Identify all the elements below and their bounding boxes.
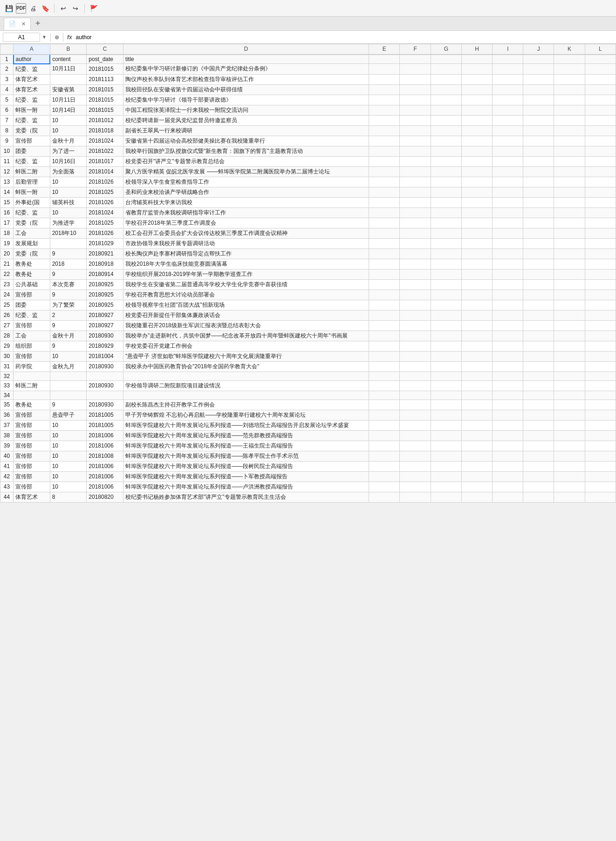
cell-H22[interactable] bbox=[462, 269, 493, 279]
cell-L15[interactable] bbox=[585, 197, 616, 207]
cell-E27[interactable] bbox=[369, 320, 400, 331]
cell-L43[interactable] bbox=[585, 482, 616, 492]
cell-E39[interactable] bbox=[369, 441, 400, 451]
cell-L35[interactable] bbox=[585, 400, 616, 410]
cell-K10[interactable] bbox=[554, 146, 585, 156]
cell-I25[interactable] bbox=[493, 300, 523, 310]
cell-L24[interactable] bbox=[585, 290, 616, 300]
cell-G23[interactable] bbox=[431, 279, 461, 290]
cell-A27[interactable]: 宣传部 bbox=[14, 320, 50, 331]
cell-K30[interactable] bbox=[554, 351, 585, 361]
cell-E25[interactable] bbox=[369, 300, 400, 310]
cell-L9[interactable] bbox=[585, 136, 616, 146]
cell-C17[interactable]: 20181025 bbox=[87, 218, 123, 228]
cell-ref-dropdown[interactable]: ▼ bbox=[42, 34, 47, 40]
cell-B8[interactable]: 10 bbox=[50, 125, 87, 136]
cell-C39[interactable]: 20181006 bbox=[87, 441, 123, 451]
cell-A32[interactable] bbox=[14, 372, 50, 380]
cell-C18[interactable]: 20181026 bbox=[87, 228, 123, 238]
cell-B19[interactable] bbox=[50, 238, 87, 248]
cell-D34[interactable] bbox=[123, 391, 369, 400]
cell-K2[interactable] bbox=[554, 64, 585, 75]
cell-J43[interactable] bbox=[523, 482, 554, 492]
cell-G37[interactable] bbox=[431, 420, 461, 430]
cell-D42[interactable]: 蚌埠医学院建校六十周年发展论坛系列报道——卜军教授高端报告 bbox=[123, 471, 369, 482]
cell-A21[interactable]: 教务处 bbox=[14, 259, 50, 269]
cell-L28[interactable] bbox=[585, 331, 616, 341]
cell-H24[interactable] bbox=[462, 290, 493, 300]
cell-C34[interactable] bbox=[87, 391, 123, 400]
cell-J14[interactable] bbox=[523, 187, 554, 197]
cell-F3[interactable] bbox=[400, 74, 431, 84]
cell-E43[interactable] bbox=[369, 482, 400, 492]
cell-F39[interactable] bbox=[400, 441, 431, 451]
cell-H36[interactable] bbox=[462, 410, 493, 420]
cell-J6[interactable] bbox=[523, 105, 554, 115]
cell-K34[interactable] bbox=[554, 391, 585, 400]
cell-I17[interactable] bbox=[493, 218, 523, 228]
cell-I36[interactable] bbox=[493, 410, 523, 420]
cell-H6[interactable] bbox=[462, 105, 493, 115]
cell-G8[interactable] bbox=[431, 125, 461, 136]
cell-B34[interactable] bbox=[50, 391, 87, 400]
cell-G36[interactable] bbox=[431, 410, 461, 420]
cell-K15[interactable] bbox=[554, 197, 585, 207]
cell-F41[interactable] bbox=[400, 461, 431, 471]
cell-L8[interactable] bbox=[585, 125, 616, 136]
cell-F23[interactable] bbox=[400, 279, 431, 290]
cell-B4[interactable]: 安徽省第 bbox=[50, 84, 87, 95]
cell-I18[interactable] bbox=[493, 228, 523, 238]
cell-L16[interactable] bbox=[585, 207, 616, 218]
cell-B7[interactable]: 10 bbox=[50, 115, 87, 125]
cell-A4[interactable]: 体育艺术 bbox=[14, 84, 50, 95]
cell-D35[interactable]: 副校长陈昌杰主持召开教学工作例会 bbox=[123, 400, 369, 410]
cell-E30[interactable] bbox=[369, 351, 400, 361]
col-header-I[interactable]: I bbox=[493, 44, 523, 55]
cell-H16[interactable] bbox=[462, 207, 493, 218]
cell-F40[interactable] bbox=[400, 451, 431, 461]
cell-G33[interactable] bbox=[431, 380, 461, 391]
bookmark-icon[interactable]: 🔖 bbox=[40, 3, 50, 14]
cell-C32[interactable] bbox=[87, 372, 123, 380]
cell-H38[interactable] bbox=[462, 430, 493, 441]
cell-K13[interactable] bbox=[554, 177, 585, 187]
cell-J12[interactable] bbox=[523, 166, 554, 177]
cell-I34[interactable] bbox=[493, 391, 523, 400]
cell-J34[interactable] bbox=[523, 391, 554, 400]
cell-G39[interactable] bbox=[431, 441, 461, 451]
cell-D29[interactable]: 学校党委召开党建工作例会 bbox=[123, 341, 369, 351]
cell-D11[interactable]: 校党委召开"讲严立"专题警示教育总结会 bbox=[123, 156, 369, 166]
cell-A11[interactable]: 纪委、监 bbox=[14, 156, 50, 166]
cell-D8[interactable]: 副省长王翠凤一行来校调研 bbox=[123, 125, 369, 136]
cell-H31[interactable] bbox=[462, 361, 493, 372]
cell-A33[interactable]: 蚌医二附 bbox=[14, 380, 50, 391]
cell-J38[interactable] bbox=[523, 430, 554, 441]
cell-A17[interactable]: 党委（院 bbox=[14, 218, 50, 228]
cell-H21[interactable] bbox=[462, 259, 493, 269]
cell-H25[interactable] bbox=[462, 300, 493, 310]
cell-B30[interactable]: 10 bbox=[50, 351, 87, 361]
cell-B22[interactable]: 9 bbox=[50, 269, 87, 279]
cell-D36[interactable]: 甲子芳华铸辉煌 不忘初心再启航——学校隆重举行建校六十周年发展论坛 bbox=[123, 410, 369, 420]
cell-F31[interactable] bbox=[400, 361, 431, 372]
cell-I30[interactable] bbox=[493, 351, 523, 361]
cell-H11[interactable] bbox=[462, 156, 493, 166]
cell-I16[interactable] bbox=[493, 207, 523, 218]
col-header-G[interactable]: G bbox=[431, 44, 461, 55]
function-icon[interactable]: fx bbox=[67, 34, 72, 41]
tab-close-button[interactable]: ✕ bbox=[21, 21, 26, 27]
cell-C44[interactable]: 20180820 bbox=[87, 492, 123, 502]
cell-K37[interactable] bbox=[554, 420, 585, 430]
cell-I2[interactable] bbox=[493, 64, 523, 75]
cell-C4[interactable]: 20181015 bbox=[87, 84, 123, 95]
header-cell-G[interactable] bbox=[431, 55, 461, 64]
cell-E9[interactable] bbox=[369, 136, 400, 146]
cell-I3[interactable] bbox=[493, 74, 523, 84]
cell-G28[interactable] bbox=[431, 331, 461, 341]
cell-L17[interactable] bbox=[585, 218, 616, 228]
cell-E2[interactable] bbox=[369, 64, 400, 75]
cell-L7[interactable] bbox=[585, 115, 616, 125]
cell-K28[interactable] bbox=[554, 331, 585, 341]
cell-D14[interactable]: 圣和药业来校洽谈产学研战略合作 bbox=[123, 187, 369, 197]
cell-J36[interactable] bbox=[523, 410, 554, 420]
